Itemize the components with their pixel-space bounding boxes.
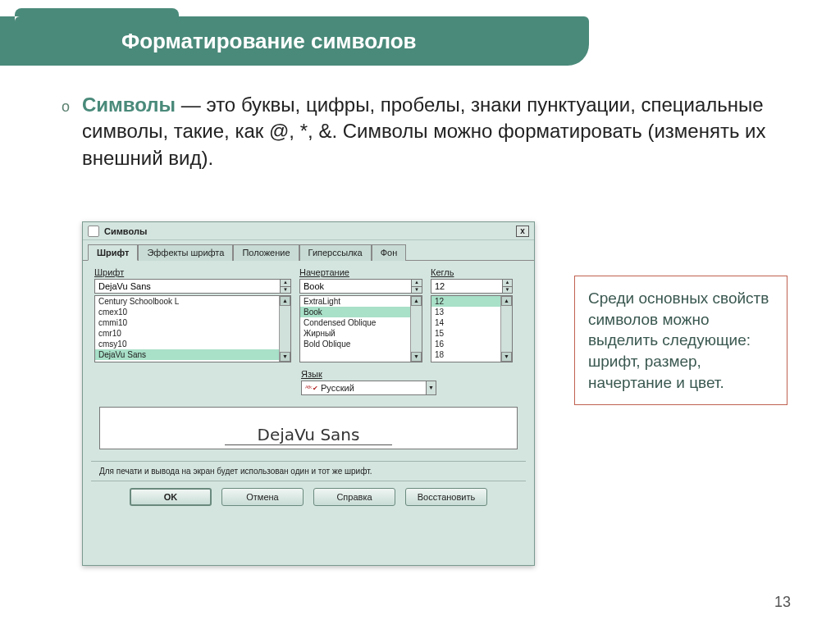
close-button[interactable]: x (516, 226, 529, 237)
font-option[interactable]: cmmi10 (95, 317, 279, 328)
dialog-titlebar: Символы x (83, 222, 534, 240)
size-scrollbar[interactable]: ▲ ▼ (500, 296, 512, 362)
style-option-selected[interactable]: Book (300, 307, 410, 317)
ok-button[interactable]: OK (130, 488, 212, 506)
font-option[interactable]: Century Schoolbook L (95, 296, 279, 307)
size-option[interactable]: 16 (431, 339, 500, 349)
font-spinner[interactable]: ▲▼ (281, 279, 291, 294)
dialog-button-row: OK Отмена Справка Восстановить (83, 481, 534, 513)
page-number: 13 (774, 594, 791, 611)
accent-bar (0, 16, 15, 66)
font-option[interactable]: cmex10 (95, 307, 279, 317)
scroll-down-icon[interactable]: ▼ (280, 352, 290, 362)
preview-box: DejaVu Sans (99, 407, 518, 449)
body-text: Символы — это буквы, цифры, пробелы, зна… (82, 92, 766, 171)
size-listbox[interactable]: 12 13 14 15 16 18 20 ▲ ▼ (431, 295, 513, 362)
tab-font[interactable]: Шрифт (88, 244, 138, 261)
font-scrollbar[interactable]: ▲ ▼ (279, 296, 290, 362)
scroll-up-icon[interactable]: ▲ (501, 296, 512, 306)
font-option[interactable]: cmr10 (95, 328, 279, 339)
font-option[interactable]: DejaVu Sans Mono (95, 360, 279, 362)
font-option[interactable]: cmsy10 (95, 339, 279, 349)
tab-hyperlink[interactable]: Гиперссылка (299, 244, 372, 261)
style-label: Начертание (299, 267, 422, 277)
size-spinner[interactable]: ▲▼ (503, 279, 513, 294)
dialog-title: Символы (104, 226, 147, 236)
tab-position[interactable]: Положение (233, 244, 299, 261)
font-option-selected[interactable]: DejaVu Sans (95, 349, 279, 360)
preview-text: DejaVu Sans (225, 425, 393, 445)
size-option[interactable]: 15 (431, 328, 500, 339)
tab-background[interactable]: Фон (372, 244, 407, 261)
font-input[interactable] (94, 279, 281, 294)
style-option[interactable]: Condensed Oblique (300, 317, 410, 328)
size-label: Кегль (431, 267, 513, 277)
font-listbox[interactable]: Century Schoolbook L cmex10 cmmi10 cmr10… (94, 295, 291, 362)
scroll-up-icon[interactable]: ▲ (411, 296, 422, 306)
language-value: Русский (321, 383, 354, 393)
help-button[interactable]: Справка (313, 488, 395, 506)
character-dialog: Символы x Шрифт Эффекты шрифта Положение… (82, 221, 535, 566)
language-label: Язык (301, 369, 523, 379)
style-spinner[interactable]: ▲▼ (412, 279, 422, 294)
font-label: Шрифт (94, 267, 291, 277)
cancel-button[interactable]: Отмена (221, 488, 304, 506)
size-option[interactable]: 14 (431, 317, 500, 328)
dialog-tabs: Шрифт Эффекты шрифта Положение Гиперссыл… (83, 240, 534, 261)
style-option[interactable]: Bold Oblique (300, 339, 410, 349)
style-input[interactable] (299, 279, 412, 294)
scroll-down-icon[interactable]: ▼ (501, 352, 512, 362)
reset-button[interactable]: Восстановить (405, 488, 487, 506)
language-combo[interactable]: ᴬᴮᶜ✔ Русский ▼ (301, 381, 436, 395)
title-tab-shape (15, 8, 179, 16)
side-note: Среди основных свойств символов можно вы… (574, 276, 788, 405)
size-option[interactable]: 20 (431, 360, 500, 362)
slide-title-bar: Форматирование символов (15, 16, 589, 66)
scroll-down-icon[interactable]: ▼ (411, 352, 422, 362)
style-scrollbar[interactable]: ▲ ▼ (410, 296, 422, 362)
body-rest: — это буквы, цифры, пробелы, знаки пункт… (82, 93, 765, 169)
slide-title: Форматирование символов (121, 29, 417, 54)
size-option-selected[interactable]: 12 (431, 296, 500, 307)
style-listbox[interactable]: ExtraLight Book Condensed Oblique Жирный… (299, 295, 422, 362)
abc-icon: ᴬᴮᶜ✔ (305, 385, 321, 392)
style-option[interactable]: Жирный (300, 328, 410, 339)
style-option[interactable]: ExtraLight (300, 296, 410, 307)
dialog-icon (88, 226, 99, 237)
combo-dropdown-icon[interactable]: ▼ (426, 381, 436, 395)
size-input[interactable] (431, 279, 503, 294)
body-strong: Символы (82, 93, 176, 116)
tab-effects[interactable]: Эффекты шрифта (138, 244, 233, 261)
status-text: Для печати и вывода на экран будет испол… (91, 461, 526, 481)
size-option[interactable]: 18 (431, 349, 500, 360)
size-option[interactable]: 13 (431, 307, 500, 317)
bullet-marker: o (62, 98, 70, 116)
scroll-up-icon[interactable]: ▲ (280, 296, 290, 306)
